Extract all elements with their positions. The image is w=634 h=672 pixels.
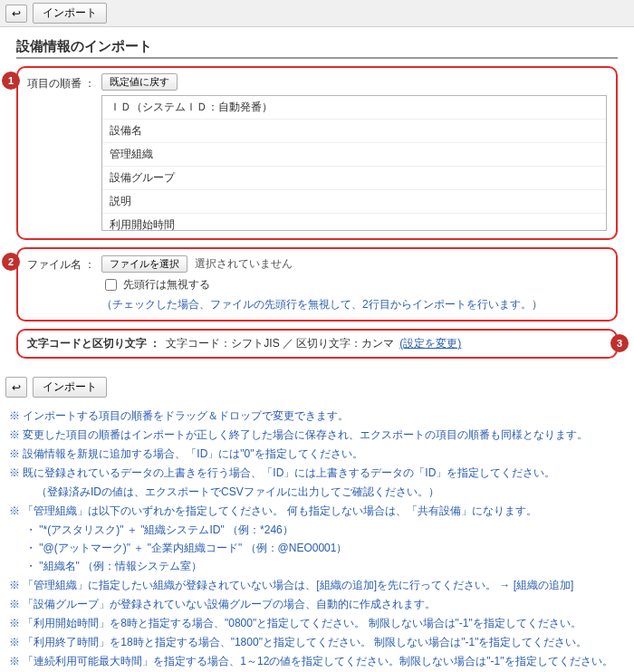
file-section: 2 ファイル名 ： ファイルを選択 選択されていません 先頭行は無視する （チェ…: [16, 247, 618, 322]
note-sub: （登録済みIDの値は、エクスポートでCSVファイルに出力してご確認ください。）: [25, 484, 625, 500]
ignore-header-hint: （チェックした場合、ファイルの先頭行を無視して、2行目からインポートを行います。…: [101, 297, 543, 312]
note-line: ※ 既に登録されているデータの上書きを行う場合、「ID」には上書きするデータの「…: [9, 465, 625, 481]
import-button-bottom[interactable]: インポート: [33, 377, 107, 398]
note-line: ※ 「利用開始時間」を8時と指定する場合、"0800"と指定してください。 制限…: [9, 615, 625, 631]
field-order-label: 項目の順番 ：: [27, 73, 94, 91]
badge-2: 2: [2, 253, 20, 271]
note-sub: ・ "組織名" （例：情報システム室）: [25, 558, 625, 574]
list-item[interactable]: 管理組織: [102, 143, 606, 167]
note-line: ※ 「連続利用可能最大時間」を指定する場合、1～12の値を指定してください。制限…: [9, 653, 625, 669]
page-title: 設備情報のインポート: [16, 38, 618, 59]
choose-file-button[interactable]: ファイルを選択: [101, 255, 187, 273]
badge-1: 1: [2, 72, 20, 90]
encoding-value: 文字コード：シフトJIS ／ 区切り文字：カンマ: [166, 336, 394, 351]
ignore-header-label: 先頭行は無視する: [123, 277, 210, 293]
encoding-label: 文字コードと区切り文字 ：: [27, 336, 160, 351]
field-order-list[interactable]: ＩＤ（システムＩＤ：自動発番） 設備名 管理組織 設備グループ 説明 利用開始時…: [101, 95, 607, 231]
note-line: ※ 変更した項目の順番はインポートが正しく終了した場合に保存され、エクスポートの…: [9, 427, 625, 443]
change-settings-link[interactable]: (設定を変更): [399, 336, 461, 351]
import-button-top[interactable]: インポート: [33, 3, 107, 24]
notes-section: ※ インポートする項目の順番をドラッグ＆ドロップで変更できます。 ※ 変更した項…: [0, 401, 634, 672]
list-item[interactable]: 設備名: [102, 120, 606, 143]
note-sub: ・ "@(アットマーク)" ＋ "企業内組織コード" （例：@NEO0001）: [25, 540, 625, 556]
bottom-toolbar: ↩ インポート: [0, 373, 634, 401]
note-line: ※ 「設備グループ」が登録されていない設備グループの場合、自動的に作成されます。: [9, 596, 625, 612]
field-order-section: 1 項目の順番 ： 既定値に戻す ＩＤ（システムＩＤ：自動発番） 設備名 管理組…: [16, 66, 618, 240]
note-line: ※ 「利用終了時間」を18時と指定する場合、"1800"と指定してください。 制…: [9, 634, 625, 650]
list-item[interactable]: 設備グループ: [102, 167, 606, 190]
list-item[interactable]: ＩＤ（システムＩＤ：自動発番）: [102, 96, 606, 120]
note-line: ※ 「管理組織」は以下のいずれかを指定してください。 何も指定しない場合は、「共…: [9, 503, 625, 519]
note-sub: ・ "*(アスタリスク)" ＋ "組織システムID" （例：*246）: [25, 522, 625, 538]
no-file-text: 選択されていません: [195, 256, 293, 272]
encoding-section: 文字コードと区切り文字 ： 文字コード：シフトJIS ／ 区切り文字：カンマ (…: [16, 329, 618, 359]
note-line: ※ インポートする項目の順番をドラッグ＆ドロップで変更できます。: [9, 408, 625, 424]
list-item[interactable]: 利用開始時間: [102, 214, 606, 231]
badge-3: 3: [610, 334, 629, 352]
top-toolbar: ↩ インポート: [0, 0, 634, 27]
reset-default-button[interactable]: 既定値に戻す: [101, 73, 178, 91]
back-button[interactable]: ↩: [5, 5, 27, 23]
list-item[interactable]: 説明: [102, 190, 606, 214]
file-label: ファイル名 ：: [27, 254, 94, 273]
note-line: ※ 設備情報を新規に追加する場合、「ID」には"0"を指定してください。: [9, 446, 625, 462]
back-button-bottom[interactable]: ↩: [5, 377, 27, 398]
note-line: ※ 「管理組織」に指定したい組織が登録されていない場合は、[組織の追加]を先に行…: [9, 577, 625, 593]
ignore-header-checkbox[interactable]: [105, 279, 117, 291]
